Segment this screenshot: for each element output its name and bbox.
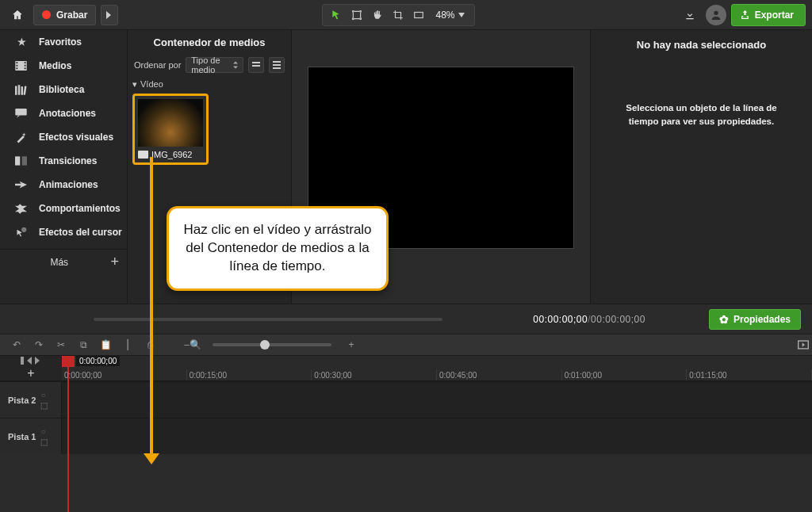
clip-badge-icon [138, 151, 148, 159]
svg-rect-16 [23, 86, 26, 94]
svg-point-5 [714, 10, 718, 14]
svg-rect-25 [273, 67, 281, 69]
account-avatar-icon[interactable] [706, 5, 726, 25]
timeline-ruler[interactable]: 0:00:00;00 0:00:00;000:00:15;000:00:30;0… [62, 356, 812, 380]
svg-point-0 [353, 10, 354, 12]
sidebar-item-anotaciones[interactable]: Anotaciones [0, 101, 127, 125]
track-label: Pista 2 [8, 395, 36, 405]
film-icon [15, 61, 28, 71]
timeline-header-controls[interactable]: + [0, 356, 62, 380]
paste-icon[interactable]: 📋 [97, 337, 114, 353]
sidebar-item-label: Biblioteca [39, 84, 84, 95]
order-by-value: Tipo de medio [191, 55, 233, 75]
sidebar-item-animaciones[interactable]: Animaciones [0, 173, 127, 197]
svg-rect-15 [21, 86, 24, 95]
properties-button[interactable]: ✿ Propiedades [709, 309, 801, 330]
ruler-tick: 0:01:00;00 [562, 369, 688, 380]
timeline: + 0:00:00;00 0:00:00;000:00:15;000:00:30… [0, 356, 812, 454]
svg-point-1 [360, 10, 362, 12]
triangle-down-icon: ▾ [132, 79, 137, 90]
sidebar-item-transiciones[interactable]: Transiciones [0, 149, 127, 173]
track-row[interactable] [62, 418, 812, 454]
playback-scrubber[interactable] [94, 318, 442, 321]
timeline-tracks-area[interactable] [62, 381, 812, 454]
playhead-time: 0:00:00;00 [76, 356, 120, 366]
view-grid-icon[interactable] [248, 57, 264, 73]
frame-tool-icon[interactable] [408, 6, 429, 24]
timeline-zoom-slider[interactable] [213, 343, 331, 346]
zoom-value: 48% [435, 10, 454, 21]
svg-rect-11 [25, 65, 26, 67]
view-list-icon[interactable] [269, 57, 285, 73]
svg-rect-17 [15, 109, 26, 115]
ruler-tick: 0:00:30;00 [312, 369, 437, 380]
canvas-tools-group: 48% [322, 4, 474, 26]
svg-rect-12 [25, 67, 26, 69]
cursor-effect-icon [15, 227, 28, 239]
sidebar-item-comportamientos[interactable]: Comportamientos [0, 197, 127, 220]
playhead[interactable] [62, 356, 75, 367]
timecode: 00:00:00;00/00:00:00;00 [533, 314, 645, 325]
svg-rect-4 [415, 12, 423, 17]
sidebar-item-label: Favoritos [39, 36, 82, 48]
redo-icon[interactable]: ↷ [30, 337, 48, 353]
svg-point-2 [353, 17, 354, 19]
library-icon [15, 85, 28, 95]
zoom-dropdown[interactable]: 48% [429, 10, 470, 21]
mute-icon[interactable]: ○ [40, 427, 48, 436]
sidebar-item-label: Animaciones [39, 179, 98, 190]
svg-point-20 [21, 227, 26, 231]
svg-rect-23 [273, 61, 281, 63]
properties-message: Selecciona un objeto de la línea de tiem… [591, 54, 812, 129]
mute-icon[interactable]: ○ [40, 391, 48, 399]
sidebar-item-medios[interactable]: Medios [0, 54, 127, 78]
sidebar-item-label: Efectos del cursor [39, 227, 122, 238]
tutorial-arrow-line [150, 157, 153, 457]
sidebar-item-efectos-cursor[interactable]: Efectos del cursor [0, 220, 127, 244]
track-header-1[interactable]: Pista 1 ○⬚ [0, 418, 61, 454]
media-group-label: Vídeo [140, 79, 163, 89]
zoom-out-icon[interactable]: –🔍 [184, 337, 201, 353]
cut-icon[interactable]: ✂ [52, 337, 70, 353]
split-icon[interactable]: ⎮ [119, 337, 136, 353]
media-item[interactable]: IMG_6962 [132, 94, 209, 165]
popout-icon[interactable] [795, 337, 812, 353]
track-controls[interactable]: ○⬚ [40, 391, 48, 410]
undo-icon[interactable]: ↶ [8, 337, 25, 353]
lock-icon[interactable]: ⬚ [40, 401, 48, 410]
ruler-tick: 0:00:00;00 [62, 369, 187, 380]
sidebar-more[interactable]: Más + [0, 249, 127, 274]
gear-icon: ✿ [719, 313, 729, 326]
media-bin-title: Contenedor de medios [128, 30, 291, 54]
share-icon [740, 10, 750, 20]
record-menu-chevron[interactable] [101, 5, 118, 25]
svg-rect-19 [22, 156, 27, 165]
download-icon[interactable] [679, 5, 701, 25]
track-header-2[interactable]: Pista 2 ○⬚ [0, 381, 61, 418]
svg-rect-13 [15, 86, 17, 94]
home-icon[interactable] [6, 5, 29, 25]
copy-icon[interactable]: ⧉ [75, 337, 92, 353]
record-button[interactable]: Grabar [33, 5, 96, 25]
selection-tool-icon[interactable] [347, 6, 367, 24]
sidebar-item-label: Comportamientos [39, 203, 121, 214]
ruler-tick: 0:01:15;00 [687, 369, 812, 380]
crop-tool-icon[interactable] [388, 6, 408, 24]
sidebar-item-efectos-visuales[interactable]: Efectos visuales [0, 125, 127, 149]
export-button[interactable]: Exportar [731, 4, 806, 26]
svg-rect-10 [25, 62, 26, 63]
arrow-tool-icon[interactable] [326, 6, 347, 24]
track-row[interactable] [62, 381, 812, 418]
plus-icon: + [110, 254, 119, 270]
hand-tool-icon[interactable] [367, 6, 388, 24]
tutorial-arrow-head-icon [144, 453, 159, 464]
track-controls[interactable]: ○⬚ [40, 427, 48, 446]
svg-point-3 [360, 17, 362, 19]
sidebar-item-favoritos[interactable]: ★ Favoritos [0, 30, 127, 54]
media-thumbnail [138, 99, 203, 147]
lock-icon[interactable]: ⬚ [40, 437, 48, 446]
zoom-in-icon[interactable]: + [343, 337, 360, 353]
sidebar-item-biblioteca[interactable]: Biblioteca [0, 78, 127, 101]
order-by-select[interactable]: Tipo de medio [186, 57, 243, 73]
media-group-header[interactable]: ▾ Vídeo [128, 76, 291, 92]
